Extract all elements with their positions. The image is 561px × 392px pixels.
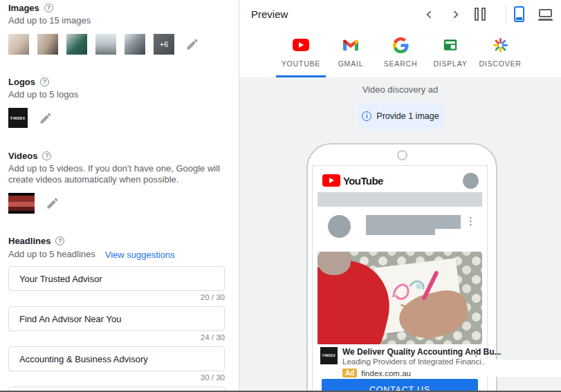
next-preview-button[interactable] <box>448 7 463 22</box>
logos-section: Logos ? Add up to 5 logos FINDEX <box>8 76 231 128</box>
placeholder-bar <box>318 192 482 207</box>
google-search-icon <box>392 37 409 53</box>
images-title-text: Images <box>8 3 39 13</box>
side-by-side-view-icon[interactable] <box>475 8 486 21</box>
headline-counter-2: 24 / 30 <box>8 333 225 342</box>
more-images-count: +6 <box>160 40 169 48</box>
edit-logos-icon[interactable] <box>39 111 53 125</box>
phone-camera <box>397 150 407 160</box>
image-thumbnail-more[interactable]: +6 <box>154 34 174 55</box>
ad-display-url: findex.com.au <box>361 369 411 377</box>
avatar-placeholder <box>328 215 351 238</box>
help-icon[interactable]: ? <box>40 77 49 86</box>
preview-title: Preview <box>251 8 288 20</box>
videos-subtitle: Add up to 5 videos. If you don't have on… <box>8 163 231 185</box>
ad-asset-editor: Images ? Add up to 15 images +6 Logos ? … <box>0 0 561 392</box>
logos-subtitle: Add up to 5 logos <box>8 89 231 100</box>
videos-section: Videos ? Add up to 5 videos. If you don'… <box>8 150 231 214</box>
youtube-app-header: YouTube <box>322 171 479 189</box>
mobile-preview-icon[interactable] <box>514 6 524 22</box>
images-section-title: Images ? <box>8 2 231 13</box>
youtube-wordmark: YouTube <box>343 175 383 187</box>
help-icon[interactable]: ? <box>55 236 64 245</box>
headlines-title-text: Headlines <box>8 236 50 246</box>
text-placeholder-bars <box>366 215 461 238</box>
tab-label: YOUTUBE <box>282 59 320 68</box>
video-thumbnail[interactable] <box>8 193 35 214</box>
tab-youtube[interactable]: YOUTUBE <box>276 32 326 77</box>
videos-section-title: Videos ? <box>8 150 231 161</box>
headline-counter-3: 30 / 30 <box>8 373 225 382</box>
advertiser-logo: FINDEX <box>320 347 338 364</box>
edit-images-icon[interactable] <box>185 37 199 51</box>
tab-search[interactable]: SEARCH <box>376 32 425 77</box>
image-thumbnail[interactable] <box>8 34 29 55</box>
headlines-section: Headlines ? Add up to 5 headlines View s… <box>8 235 231 392</box>
avatar <box>463 173 479 189</box>
headline-input-2[interactable] <box>8 306 225 331</box>
ad-image <box>318 252 482 344</box>
discover-icon <box>492 37 508 53</box>
image-thumbnail[interactable] <box>95 34 116 55</box>
video-thumbnails-row <box>8 193 231 214</box>
placeholder-video-row: ⋮ <box>328 215 476 238</box>
tab-label: GMAIL <box>338 59 364 68</box>
provide-image-notice[interactable]: i Provide 1 image <box>358 103 443 129</box>
tab-label: DISCOVER <box>479 59 521 68</box>
view-suggestions-link[interactable]: View suggestions <box>105 250 175 260</box>
overflow-menu-icon[interactable]: ⋮ <box>466 215 476 238</box>
info-icon: i <box>362 111 371 121</box>
videos-title-text: Videos <box>8 151 37 161</box>
images-subtitle: Add up to 15 images <box>8 15 231 26</box>
youtube-logo: YouTube <box>322 174 383 187</box>
headline-input-3[interactable] <box>8 346 225 371</box>
tab-display[interactable]: DISPLAY <box>425 32 475 77</box>
desktop-preview-icon[interactable] <box>539 9 552 17</box>
youtube-icon <box>293 37 309 53</box>
display-ads-icon <box>442 37 459 53</box>
ad-badge: Ad <box>342 368 357 377</box>
tab-label: DISPLAY <box>433 59 467 68</box>
tab-gmail[interactable]: GMAIL <box>326 32 376 77</box>
controls-divider <box>506 6 506 24</box>
image-thumbnail[interactable] <box>125 34 145 55</box>
image-thumbnail[interactable] <box>66 34 87 55</box>
logo-thumbnail-text: FINDEX <box>10 116 25 120</box>
image-thumbnails-row: +6 <box>8 34 231 55</box>
headline-counter-1: 20 / 30 <box>8 293 225 301</box>
headlines-section-title: Headlines ? <box>8 235 231 246</box>
headlines-subtitle: Add up to 5 headlines <box>8 249 95 260</box>
help-icon[interactable]: ? <box>42 151 51 160</box>
ad-texts: We Deliver Quality Accounting And Bu... … <box>342 347 466 377</box>
ad-format-label: Video discovery ad <box>309 84 492 95</box>
logo-thumbnails-row: FINDEX <box>8 108 231 128</box>
logos-section-title: Logos ? <box>8 76 231 87</box>
previous-preview-button[interactable] <box>421 7 436 22</box>
adjacent-preview-gap <box>485 360 561 377</box>
ad-description: Leading Providers of Integrated Financi.… <box>342 357 466 366</box>
preview-channel-tabs: YOUTUBE GMAIL <box>276 32 525 77</box>
ad-info-row: FINDEX We Deliver Quality Accounting And… <box>320 347 481 377</box>
phone-screen: YouTube ⋮ <box>312 165 488 392</box>
notice-text: Provide 1 image <box>376 111 439 121</box>
logo-thumbnail[interactable]: FINDEX <box>8 108 28 128</box>
headline-input-1[interactable] <box>8 266 225 291</box>
image-thumbnail[interactable] <box>37 34 58 55</box>
help-icon[interactable]: ? <box>44 3 53 12</box>
logos-title-text: Logos <box>8 77 35 87</box>
youtube-play-icon <box>322 174 340 187</box>
overflow-menu-icon[interactable]: ⋮ <box>471 347 481 377</box>
gmail-icon <box>342 37 359 53</box>
advertiser-logo-text: FINDEX <box>322 354 335 357</box>
tab-label: SEARCH <box>384 59 418 68</box>
edit-videos-icon[interactable] <box>46 196 59 210</box>
ad-headline: We Deliver Quality Accounting And Bu... <box>342 347 466 357</box>
tab-discover[interactable]: DISCOVER <box>475 32 525 77</box>
images-section: Images ? Add up to 15 images +6 <box>8 2 231 55</box>
